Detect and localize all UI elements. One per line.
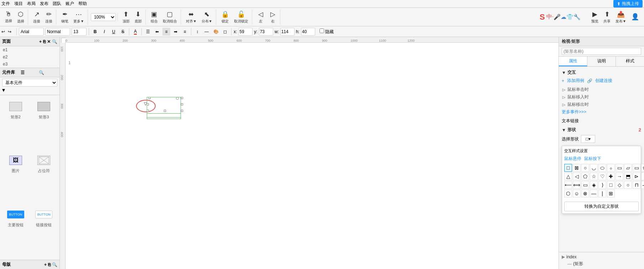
component-image[interactable]: 🖼 图片: [3, 152, 28, 203]
shape-cylinder[interactable]: ⊗: [581, 190, 589, 197]
preview-btn[interactable]: ▶ 预览: [589, 9, 601, 25]
line-spacing-btn[interactable]: ↕: [193, 28, 201, 36]
shape-face[interactable]: ☺: [573, 190, 581, 197]
shape-hline[interactable]: —: [590, 190, 598, 197]
hover-style-link[interactable]: 鼠标悬停: [564, 156, 581, 162]
pen-btn[interactable]: ✒ 钢笔: [59, 9, 71, 25]
shape-double-arrow[interactable]: ⟺: [573, 181, 581, 189]
zoom-select[interactable]: 100%: [91, 13, 116, 21]
page-item-e1[interactable]: e1: [0, 46, 59, 53]
top-btn[interactable]: ⬆ 顶部: [120, 9, 132, 25]
menu-publish[interactable]: 发布: [40, 1, 48, 7]
create-connection-link[interactable]: 创建连接: [595, 78, 612, 84]
shape-call-right[interactable]: ⊳: [633, 172, 640, 180]
shape-x-square[interactable]: ⊠: [573, 164, 581, 172]
component-button-primary[interactable]: BUTTON 主要按钮: [3, 206, 28, 257]
components-category-select[interactable]: 基本元件: [2, 79, 57, 87]
components-menu-icon[interactable]: ☰: [21, 70, 39, 75]
event-hover[interactable]: ⊳ 鼠标移入时: [562, 94, 641, 100]
shape-right-tri[interactable]: ◁: [573, 172, 581, 180]
align-right-btn[interactable]: ➡: [172, 28, 180, 36]
lock-btn[interactable]: 🔒 锁定: [219, 9, 231, 25]
add-use-case-link[interactable]: 添加用例: [567, 78, 584, 84]
component-button-link[interactable]: BUTTON 链接按钮: [31, 206, 57, 257]
shape-heart[interactable]: ♡: [598, 172, 606, 180]
shape-diamond3[interactable]: ◇: [616, 181, 623, 189]
connect-btn[interactable]: ↗ 连接: [31, 9, 42, 25]
fill-btn[interactable]: 🎨: [212, 28, 220, 36]
align-justify-btn[interactable]: ≡: [181, 28, 189, 36]
unlock-btn[interactable]: 🔓 取消锁定: [232, 9, 250, 25]
interaction-collapse-arrow[interactable]: ▼: [562, 70, 566, 75]
align-left-btn[interactable]: ⬅: [153, 28, 161, 36]
copy-master-icon[interactable]: ⎘: [48, 262, 51, 267]
shape-rect3[interactable]: □: [607, 181, 615, 189]
canvas-content[interactable]: 1 ▽: [66, 43, 559, 269]
shape-square[interactable]: □: [564, 164, 572, 172]
user-btn[interactable]: 👤: [629, 9, 641, 25]
hidden-checkbox[interactable]: [320, 29, 324, 33]
share-btn[interactable]: ⬆ 共享: [601, 9, 613, 25]
menu-layout[interactable]: 布局: [27, 1, 36, 7]
press-style-link[interactable]: 鼠标按下: [584, 156, 601, 162]
shape-notched[interactable]: ◈: [590, 181, 598, 189]
shape-pentagon[interactable]: ⬠: [581, 172, 589, 180]
select2-btn[interactable]: ⬡ 选择: [15, 9, 26, 25]
tab-style[interactable]: 样式: [616, 57, 644, 66]
tab-notes[interactable]: 说明: [587, 57, 616, 66]
align-btn[interactable]: ⬌ 对齐▼: [184, 9, 199, 25]
redo-icon[interactable]: ↪: [8, 29, 11, 34]
handle-top-right[interactable]: [181, 97, 183, 99]
bottom-btn[interactable]: ⬇ 底部: [133, 9, 144, 25]
shape-rect2[interactable]: ▭: [581, 181, 589, 189]
ungroup-btn[interactable]: ▢ 取消组合: [161, 9, 179, 25]
italic-btn[interactable]: I: [100, 28, 108, 36]
shape-skew[interactable]: ⬠: [641, 164, 644, 172]
more-events-link[interactable]: 更多事件>>>: [562, 109, 641, 115]
shape-parallelogram[interactable]: ▱: [624, 164, 632, 172]
shape-cross[interactable]: ✚: [607, 172, 615, 180]
underline-btn[interactable]: U: [110, 28, 118, 36]
left-btn[interactable]: ◁ 左: [255, 9, 266, 25]
shape-ellipse[interactable]: ⬭: [598, 164, 606, 172]
shape-rounded2[interactable]: ▭: [633, 164, 640, 172]
shape-circle[interactable]: ○: [581, 164, 589, 172]
menu-project[interactable]: 项目: [14, 1, 23, 7]
shape-arrow-right[interactable]: →: [616, 172, 623, 180]
shape-call-out[interactable]: ⬒: [624, 172, 632, 180]
shape-line[interactable]: —: [641, 181, 644, 189]
components-expand-icon[interactable]: ▾: [2, 87, 5, 93]
handle-bottom-right[interactable]: [181, 110, 183, 112]
search-master-icon[interactable]: 🔍: [52, 262, 57, 267]
x-input[interactable]: [238, 28, 253, 36]
copy-page-icon[interactable]: ⎘: [43, 39, 46, 44]
shape-chevron[interactable]: ⟩: [598, 181, 606, 189]
w-input[interactable]: [280, 28, 295, 36]
rect-name-input[interactable]: [562, 48, 641, 55]
components-search-icon[interactable]: 🔍: [39, 70, 57, 75]
delete-page-icon[interactable]: ✕: [47, 39, 51, 44]
shape-triangle[interactable]: △: [564, 172, 572, 180]
page-item-e3[interactable]: e3: [0, 61, 59, 68]
menu-file[interactable]: 文件: [1, 1, 10, 7]
component-rect2[interactable]: 矩形2: [3, 98, 28, 149]
layer-rect[interactable]: — (矩形: [567, 260, 641, 268]
search-page-icon[interactable]: 🔍: [52, 39, 57, 44]
event-click[interactable]: ⊳ 鼠标单击时: [562, 87, 641, 93]
group-btn[interactable]: ▣ 组合: [149, 9, 160, 25]
menu-help[interactable]: 帮助: [78, 1, 87, 7]
shape-hex[interactable]: ⬡: [564, 190, 572, 197]
page-item-e2[interactable]: e2: [0, 53, 59, 61]
bold-btn[interactable]: B: [91, 28, 99, 36]
shape-selector-dropdown[interactable]: □ ▾: [581, 135, 595, 143]
shape-collapse-arrow[interactable]: ▼: [562, 128, 566, 133]
align-center-btn[interactable]: ≡: [162, 28, 170, 36]
shape-star[interactable]: ☆: [590, 172, 598, 180]
add-page-icon[interactable]: +: [39, 39, 42, 44]
list-btn[interactable]: ☰: [144, 28, 152, 36]
right-btn[interactable]: ▷ 右: [267, 9, 279, 25]
shape-left-arrow[interactable]: ⟵: [564, 181, 572, 189]
publish-btn[interactable]: 📤 发布▼: [613, 9, 628, 25]
font-color-btn[interactable]: A: [131, 28, 139, 36]
shape-circle2[interactable]: ○: [624, 181, 632, 189]
